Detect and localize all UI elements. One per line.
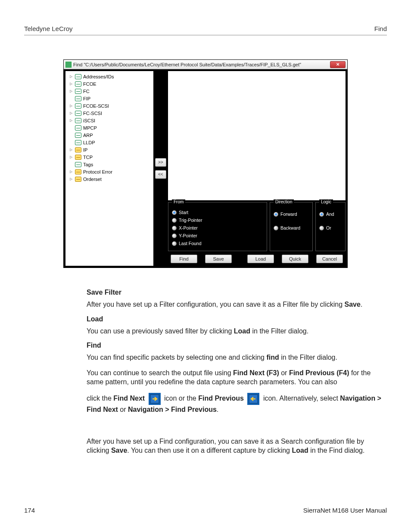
find-paragraph-2: You can continue to search the output fi… [87, 368, 388, 387]
find-button[interactable]: Find [171, 255, 197, 263]
protocol-icon [75, 155, 81, 160]
from-option[interactable]: X-Pointer [172, 224, 263, 232]
protocol-icon [75, 118, 81, 123]
tree-item-label: iSCSI [83, 118, 95, 123]
radio-icon [319, 226, 324, 230]
selected-panel[interactable] [168, 71, 346, 200]
tree-item[interactable]: ▷IP [66, 146, 153, 153]
protocol-icon [75, 74, 81, 79]
tree-item[interactable]: ▷MPCP [66, 124, 153, 131]
expander-icon[interactable]: ▷ [69, 82, 73, 86]
from-option[interactable]: Last Found [172, 240, 263, 247]
page-number: 174 [24, 507, 35, 514]
document-body: Save Filter After you have set up a Filt… [87, 289, 388, 455]
dialog-buttons: Find Save Load Quick Cancel [168, 253, 346, 266]
right-column: From StartTrig-PointerX-PointerY-Pointer… [168, 71, 346, 266]
tree-item[interactable]: ▷FC-SCSI [66, 109, 153, 117]
tree-item[interactable]: ▷iSCSI [66, 117, 153, 124]
tree-item-label: Orderset [83, 177, 102, 182]
cancel-button[interactable]: Cancel [316, 255, 343, 263]
protocol-icon [75, 111, 81, 116]
expander-icon[interactable]: ▷ [69, 155, 73, 159]
remove-button[interactable]: << [155, 170, 166, 179]
tree-item-label: Addresses/IDs [83, 74, 114, 79]
radio-label: Y-Pointer [179, 233, 197, 238]
tree-item[interactable]: ▷FCOE-SCSI [66, 102, 153, 109]
options-row: From StartTrig-PointerX-PointerY-Pointer… [168, 202, 346, 251]
tree-item[interactable]: ▷FCOE [66, 80, 153, 87]
expander-icon[interactable]: ▷ [69, 148, 73, 152]
expander-icon[interactable]: ▷ [69, 118, 73, 123]
tree-item-label: FC [83, 89, 90, 94]
find-paragraph-4: After you have set up a Find configurati… [87, 437, 388, 455]
tree-item-label: FC-SCSI [83, 111, 102, 116]
direction-legend: Direction [274, 199, 294, 204]
find-paragraph-1: You can find specific packets by selecti… [87, 353, 388, 362]
protocol-icon [75, 103, 81, 109]
from-group: From StartTrig-PointerX-PointerY-Pointer… [168, 202, 267, 251]
expander-icon[interactable]: ▷ [69, 111, 73, 115]
from-option[interactable]: Trig-Pointer [172, 216, 263, 224]
tree-item[interactable]: ▷FC [66, 87, 153, 95]
radio-icon [172, 218, 177, 223]
expander-icon[interactable]: ▷ [69, 177, 73, 181]
expander-icon[interactable]: ▷ [69, 170, 73, 174]
tree-item[interactable]: ▷ARP [66, 131, 153, 139]
radio-label: Forward [280, 212, 297, 217]
radio-label: And [326, 212, 334, 217]
tree-item-label: TCP [83, 155, 93, 160]
expander-icon[interactable]: ▷ [69, 104, 73, 108]
expander-icon[interactable]: ▷ [69, 75, 73, 79]
direction-group: Direction ForwardBackward [270, 202, 313, 251]
find-previous-icon [247, 393, 259, 405]
tree-item[interactable]: ▷Protocol Error [66, 168, 153, 175]
logic-option[interactable]: And [319, 210, 342, 218]
radio-icon [172, 233, 177, 238]
protocol-icon [75, 125, 81, 131]
tree-item[interactable]: ▷TCP [66, 153, 153, 161]
header-rule [24, 35, 387, 35]
protocol-tree[interactable]: ▷Addresses/IDs▷FCOE▷FC▷FIP▷FCOE-SCSI▷FC-… [65, 71, 153, 266]
direction-option[interactable]: Backward [274, 224, 309, 232]
radio-icon [274, 226, 278, 230]
radio-label: X-Pointer [179, 225, 198, 230]
tree-item[interactable]: ▷LLDP [66, 139, 153, 146]
protocol-icon [75, 169, 81, 174]
protocol-icon [75, 140, 81, 145]
load-button[interactable]: Load [247, 255, 274, 263]
radio-label: Start [179, 210, 188, 215]
tree-item[interactable]: ▷Addresses/IDs [66, 73, 153, 80]
find-paragraph-3: click the Find Next icon or the Find Pre… [87, 393, 388, 414]
direction-option[interactable]: Forward [274, 210, 309, 218]
tree-item-label: FCOE [83, 81, 97, 87]
header-right: Find [374, 25, 387, 32]
move-buttons: >> << [155, 71, 166, 266]
from-legend: From [172, 199, 185, 204]
add-button[interactable]: >> [155, 158, 166, 167]
tree-item-label: Protocol Error [83, 169, 112, 174]
save-filter-heading: Save Filter [87, 289, 388, 296]
from-option[interactable]: Y-Pointer [172, 232, 263, 240]
protocol-icon [75, 81, 81, 87]
protocol-icon [75, 89, 81, 94]
radio-label: Or [326, 225, 331, 230]
load-paragraph: You can use a previously saved filter by… [87, 327, 388, 336]
protocol-icon [75, 162, 81, 167]
protocol-icon [75, 96, 81, 101]
titlebar: Find "C:/Users/Public/Documents/LeCroy/E… [64, 60, 347, 69]
radio-label: Last Found [179, 241, 202, 246]
tree-item[interactable]: ▷Orderset [66, 175, 153, 183]
tree-item-label: ARP [83, 133, 93, 138]
find-next-icon [149, 393, 161, 405]
expander-icon[interactable]: ▷ [69, 89, 73, 93]
logic-option[interactable]: Or [319, 224, 342, 232]
save-filter-paragraph: After you have set up a Filter configura… [87, 300, 388, 309]
close-button[interactable]: ✕ [330, 61, 346, 68]
quick-button[interactable]: Quick [282, 255, 308, 263]
save-button[interactable]: Save [205, 255, 232, 263]
from-option[interactable]: Start [172, 208, 263, 216]
tree-item[interactable]: ▷FIP [66, 95, 153, 102]
tree-item-label: Tags [83, 162, 93, 167]
tree-item[interactable]: ▷Tags [66, 161, 153, 168]
logic-legend: Logic [319, 199, 333, 204]
